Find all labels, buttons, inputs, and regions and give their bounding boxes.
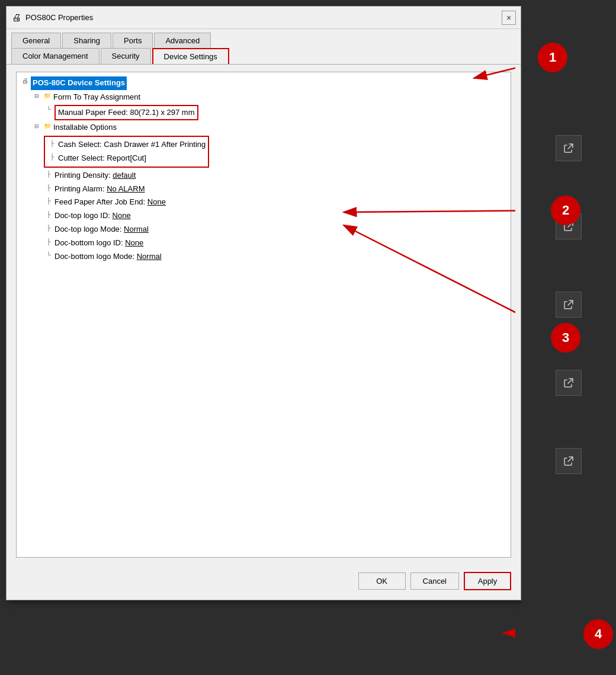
- tree-connector-6: ├: [44, 196, 53, 206]
- tabs-area: General Sharing Ports Advanced Color Man…: [7, 29, 521, 64]
- printing-alarm-label: Printing Alarm: No ALARM: [54, 183, 145, 196]
- tree-connector-8: ├: [44, 223, 53, 233]
- tabs-row-2: Color Management Security Device Setting…: [11, 48, 516, 64]
- tree-form-tray-label: Form To Tray Assignment: [53, 91, 140, 104]
- close-button[interactable]: ×: [502, 11, 516, 25]
- tree-form-tray[interactable]: ⊟ 📁 Form To Tray Assignment: [20, 91, 507, 104]
- tree-doc-top-mode[interactable]: ├ Doc-top logo Mode: Normal: [20, 223, 507, 236]
- manual-paper-feed-label: Manual Paper Feed: 80(72.1) x 297 mm: [54, 105, 198, 121]
- buttons-row: OK Cancel Apply: [7, 565, 521, 600]
- tab-device-settings[interactable]: Device Settings: [152, 48, 229, 64]
- tree-root-label: POS-80C Device Settings: [31, 76, 127, 90]
- installable-options-label: Installable Options: [53, 121, 117, 134]
- tree-installable-options[interactable]: ⊟ 📁 Installable Options: [20, 121, 507, 135]
- annotation-1: 1: [538, 43, 567, 72]
- title-bar: 🖨 POS80C Properties ×: [7, 7, 521, 29]
- cash-select-label: Cash Select: Cash Drawer #1 After Printi…: [58, 139, 206, 151]
- annotation-3: 3: [551, 323, 580, 353]
- tree-connector-3: ├: [47, 152, 57, 162]
- ok-button[interactable]: OK: [358, 572, 406, 590]
- sidebar-icon-3[interactable]: [556, 292, 582, 318]
- dialog-title: POS80C Properties: [25, 13, 93, 22]
- tree-cash-select[interactable]: ├ Cash Select: Cash Drawer #1 After Prin…: [47, 138, 206, 152]
- tree-doc-bottom-id[interactable]: ├ Doc-bottom logo ID: None: [20, 236, 507, 250]
- content-area: 🖨 POS-80C Device Settings ⊟ 📁 Form To Tr…: [7, 64, 521, 565]
- folder-icon-2: 📁: [43, 121, 52, 131]
- tree-printing-alarm[interactable]: ├ Printing Alarm: No ALARM: [20, 183, 507, 196]
- tree-connector-9: ├: [44, 237, 53, 247]
- doc-top-mode-label: Doc-top logo Mode: Normal: [54, 223, 149, 236]
- cancel-button[interactable]: Cancel: [410, 572, 459, 590]
- tree-root[interactable]: 🖨 POS-80C Device Settings: [20, 76, 507, 91]
- doc-top-id-label: Doc-top logo ID: None: [54, 210, 131, 222]
- tree-connector-4: ├: [44, 169, 53, 179]
- tab-color-management[interactable]: Color Management: [11, 48, 100, 64]
- tree-doc-top-id[interactable]: ├ Doc-top logo ID: None: [20, 209, 507, 223]
- sidebar-icon-1[interactable]: [556, 135, 582, 161]
- tree-connector-10: └: [44, 251, 53, 260]
- tree-feed-paper[interactable]: ├ Feed Paper After Job End: None: [20, 196, 507, 209]
- annotation-4: 4: [583, 619, 613, 649]
- cutter-select-label: Cutter Select: Report[Cut]: [58, 152, 146, 165]
- printer-small-icon: 🖨: [20, 76, 30, 86]
- sidebar-icon-5[interactable]: [556, 448, 582, 474]
- printer-icon: 🖨: [11, 12, 22, 23]
- settings-tree: 🖨 POS-80C Device Settings ⊟ 📁 Form To Tr…: [16, 72, 511, 558]
- doc-bottom-mode-label: Doc-bottom logo Mode: Normal: [54, 251, 162, 263]
- tabs-row-1: General Sharing Ports Advanced: [11, 33, 516, 48]
- tab-advanced[interactable]: Advanced: [154, 33, 211, 48]
- folder-icon: 📁: [43, 91, 52, 101]
- apply-button[interactable]: Apply: [464, 572, 511, 590]
- manual-paper-feed-text: Manual Paper Feed: 80(72.1) x 297 mm: [58, 108, 195, 117]
- properties-dialog: 🖨 POS80C Properties × General Sharing Po…: [6, 6, 521, 600]
- tab-security[interactable]: Security: [101, 48, 151, 64]
- minus-icon: ⊟: [32, 91, 41, 101]
- feed-paper-label: Feed Paper After Job End: None: [54, 196, 166, 209]
- svg-line-4: [503, 633, 515, 634]
- annotation-2: 2: [551, 196, 580, 225]
- tree-doc-bottom-mode[interactable]: └ Doc-bottom logo Mode: Normal: [20, 250, 507, 264]
- tree-connector-5: ├: [44, 183, 53, 193]
- tab-sharing[interactable]: Sharing: [62, 33, 111, 48]
- tree-cutter-select[interactable]: ├ Cutter Select: Report[Cut]: [47, 152, 206, 165]
- tree-connector-1: └: [44, 105, 53, 114]
- doc-bottom-id-label: Doc-bottom logo ID: None: [54, 237, 143, 249]
- sidebar-icon-4[interactable]: [556, 370, 582, 396]
- printing-density-label: Printing Density: default: [54, 169, 136, 182]
- minus-icon-2: ⊟: [32, 121, 41, 131]
- tree-printing-density[interactable]: ├ Printing Density: default: [20, 169, 507, 183]
- cash-cutter-group: ├ Cash Select: Cash Drawer #1 After Prin…: [44, 136, 209, 168]
- tree-manual-paper-feed[interactable]: └ Manual Paper Feed: 80(72.1) x 297 mm: [20, 104, 507, 121]
- tree-connector-2: ├: [47, 139, 57, 148]
- tree-connector-7: ├: [44, 210, 53, 219]
- tab-ports[interactable]: Ports: [113, 33, 153, 48]
- title-bar-left: 🖨 POS80C Properties: [11, 12, 93, 23]
- tab-general[interactable]: General: [11, 33, 61, 48]
